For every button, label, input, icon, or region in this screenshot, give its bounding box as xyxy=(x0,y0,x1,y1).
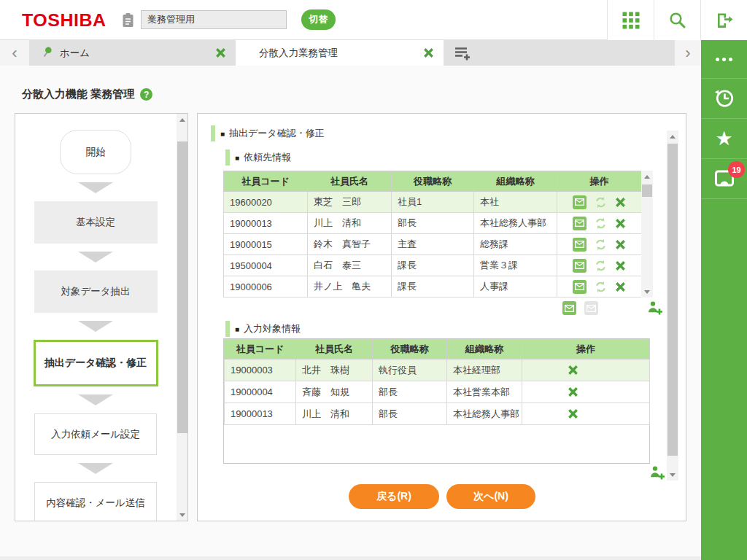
tab-label: 分散入力業務管理 xyxy=(259,47,338,60)
star-icon: ★ xyxy=(715,129,732,149)
help-icon[interactable]: ? xyxy=(140,88,152,101)
table-cell: 鈴木 真智子 xyxy=(308,234,392,255)
table-cell: 19000004 xyxy=(225,381,296,403)
table-row[interactable]: 19000006井ノ上 亀夫課長人事課 xyxy=(224,276,642,298)
step-confirm-send[interactable]: 内容確認・メール送信 xyxy=(34,482,157,521)
table-cell: 課長 xyxy=(392,276,474,298)
tab-close-icon[interactable] xyxy=(423,47,434,58)
table-cell: 本社総務人事部 xyxy=(447,403,522,425)
switch-button[interactable]: 切替 xyxy=(301,9,336,30)
main-panel-scrollbar xyxy=(667,131,678,481)
send-mail-button[interactable] xyxy=(573,259,587,273)
search-button[interactable] xyxy=(654,0,700,40)
top-header-bar: TOSHIBA 切替 xyxy=(0,0,747,40)
table-cell: 19000003 xyxy=(225,359,296,381)
delete-icon[interactable] xyxy=(615,281,626,292)
scrollbar-thumb[interactable] xyxy=(642,184,652,197)
refresh-icon[interactable] xyxy=(595,260,607,272)
favorites-button[interactable]: ★ xyxy=(701,119,747,159)
scroll-down-arrow[interactable] xyxy=(177,509,188,521)
operations-cell xyxy=(557,192,642,213)
workflow-panel: 開始 基本設定 対象データ抽出 抽出データ確認・修正 入力依頼メール設定 内容確… xyxy=(15,113,188,521)
send-mail-disabled-button xyxy=(584,301,598,315)
history-icon xyxy=(712,86,737,111)
refresh-icon[interactable] xyxy=(595,281,607,293)
history-button[interactable] xyxy=(701,79,747,119)
send-mail-all-button[interactable] xyxy=(562,301,576,315)
send-mail-button[interactable] xyxy=(573,195,587,209)
column-header: 組織略称 xyxy=(447,340,522,359)
table-cell: 川上 清和 xyxy=(296,403,373,425)
step-data-extraction[interactable]: 対象データ抽出 xyxy=(34,271,158,313)
column-header: 役職略称 xyxy=(373,340,447,359)
table-cell: 井ノ上 亀夫 xyxy=(308,276,392,298)
tab-dispersed-input-management[interactable]: 分散入力業務管理 xyxy=(236,40,444,66)
step-start[interactable]: 開始 xyxy=(60,130,131,174)
add-person-button[interactable] xyxy=(649,464,666,484)
tab-home[interactable]: ホーム xyxy=(29,40,236,66)
more-button[interactable] xyxy=(701,40,747,79)
send-mail-button[interactable] xyxy=(573,280,587,294)
tab-scroll-right-button[interactable]: › xyxy=(675,40,701,66)
table-row[interactable]: 19600020東芝 三郎社員1本社 xyxy=(224,192,642,213)
table-cell: 総務課 xyxy=(474,234,557,255)
table-row[interactable]: 19000013川上 清和部長本社総務人事部 xyxy=(225,403,650,425)
logout-button[interactable] xyxy=(700,0,747,40)
scroll-up-arrow[interactable] xyxy=(667,131,678,142)
table-cell: 人事課 xyxy=(474,276,557,298)
back-button[interactable]: 戻る(R) xyxy=(349,484,439,509)
scroll-up-arrow[interactable] xyxy=(641,171,653,182)
table-row[interactable]: 19000004斉藤 知規部長本社営業本部 xyxy=(225,381,650,403)
request-table: 社員コード社員氏名役職略称組織略称操作 19600020東芝 三郎社員1本社 1… xyxy=(223,171,642,298)
scroll-down-arrow[interactable] xyxy=(641,286,653,298)
tab-label: ホーム xyxy=(60,47,90,60)
table-cell: 19000013 xyxy=(224,213,308,234)
right-sidebar: ★ 19 xyxy=(701,40,747,560)
column-header: 組織略称 xyxy=(474,171,557,192)
table-row[interactable]: 19000015鈴木 真智子主査総務課 xyxy=(224,234,642,255)
scroll-up-arrow[interactable] xyxy=(177,114,188,125)
add-tab-button[interactable] xyxy=(453,44,471,62)
apps-grid-button[interactable] xyxy=(607,0,654,40)
delete-icon[interactable] xyxy=(615,197,626,208)
send-mail-button[interactable] xyxy=(573,217,587,230)
table-cell: 東芝 三郎 xyxy=(308,192,392,213)
tasks-tray-button[interactable]: 19 xyxy=(701,159,747,199)
section-bar xyxy=(225,149,230,166)
delete-icon[interactable] xyxy=(615,239,626,250)
operations-cell xyxy=(557,255,642,276)
step-confirm-correct[interactable]: 抽出データ確認・修正 xyxy=(34,340,158,386)
table-row[interactable]: 19500004白石 泰三課長営業３課 xyxy=(224,255,642,276)
scroll-down-arrow[interactable] xyxy=(667,469,678,481)
table-cell: 本社営業本部 xyxy=(447,381,522,403)
refresh-icon[interactable] xyxy=(595,238,607,251)
section-bar xyxy=(225,321,230,337)
delete-icon[interactable] xyxy=(615,260,626,271)
add-person-button[interactable] xyxy=(646,300,664,319)
table-cell: 課長 xyxy=(392,255,474,276)
operations-cell xyxy=(522,403,650,425)
refresh-icon[interactable] xyxy=(595,196,607,209)
tab-close-icon[interactable] xyxy=(215,47,226,58)
step-mail-settings[interactable]: 入力依頼メール設定 xyxy=(34,413,157,455)
table-cell: 19500004 xyxy=(224,255,308,276)
delete-icon[interactable] xyxy=(568,386,578,397)
next-button[interactable]: 次へ(N) xyxy=(446,484,535,509)
delete-icon[interactable] xyxy=(615,218,626,229)
tab-scroll-left-button[interactable]: ‹ xyxy=(0,40,29,66)
table-row[interactable]: 19000003北井 珠樹執行役員本社経理部 xyxy=(225,359,650,381)
section-title: 抽出データ確認・修正 xyxy=(229,127,325,140)
workspace-input[interactable] xyxy=(141,10,287,29)
section-marker: ■ xyxy=(235,154,239,162)
step-basic-settings[interactable]: 基本設定 xyxy=(34,201,158,244)
send-mail-button[interactable] xyxy=(573,238,587,252)
scrollbar-thumb[interactable] xyxy=(177,141,187,433)
refresh-icon[interactable] xyxy=(595,217,607,230)
toshiba-logo: TOSHIBA xyxy=(22,10,107,31)
column-header: 操作 xyxy=(522,340,650,359)
table-cell: 斉藤 知規 xyxy=(296,381,373,403)
table-row[interactable]: 19000013川上 清和部長本社総務人事部 xyxy=(224,213,642,234)
delete-icon[interactable] xyxy=(568,365,578,376)
delete-icon[interactable] xyxy=(568,408,578,419)
scrollbar-thumb[interactable] xyxy=(667,144,678,456)
